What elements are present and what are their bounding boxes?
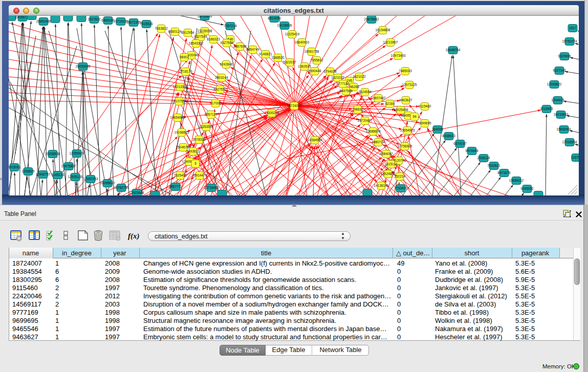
svg-text:2867608: 2867608 (233, 45, 247, 48)
svg-text:15046766: 15046766 (176, 145, 191, 149)
svg-text:8454749: 8454749 (246, 48, 259, 51)
svg-text:116753: 116753 (571, 156, 579, 159)
svg-text:62160: 62160 (385, 102, 395, 105)
svg-text:9327509: 9327509 (194, 35, 207, 38)
svg-text:16648784: 16648784 (446, 48, 461, 52)
svg-text:9242848: 9242848 (220, 62, 233, 66)
svg-text:16782759: 16782759 (114, 186, 129, 189)
svg-text:9699695: 9699695 (418, 121, 431, 125)
svg-text:6466160: 6466160 (101, 18, 115, 22)
svg-text:12213369: 12213369 (173, 85, 188, 89)
svg-text:9084067: 9084067 (380, 152, 393, 156)
svg-text:10975867: 10975867 (61, 164, 76, 168)
svg-text:1588520: 1588520 (271, 56, 285, 59)
svg-text:6497568: 6497568 (339, 89, 353, 93)
svg-text:9327508: 9327508 (220, 41, 233, 45)
svg-text:1733426: 1733426 (394, 186, 407, 190)
svg-text:23226058: 23226058 (198, 29, 212, 33)
svg-text:7357214: 7357214 (224, 24, 237, 28)
svg-text:1621022: 1621022 (353, 75, 366, 78)
svg-text:2935114: 2935114 (477, 156, 490, 160)
svg-text:1156829: 1156829 (22, 169, 35, 173)
svg-text:98901: 98901 (180, 55, 189, 59)
svg-text:3915061: 3915061 (9, 165, 21, 169)
svg-text:12213967: 12213967 (383, 40, 398, 44)
svg-text:16154808: 16154808 (376, 28, 390, 32)
svg-text:12359924: 12359924 (70, 151, 84, 155)
svg-text:7955812: 7955812 (310, 58, 323, 62)
svg-text:9474444: 9474444 (465, 149, 478, 152)
svg-text:2803144: 2803144 (215, 76, 228, 79)
svg-text:9115460: 9115460 (419, 104, 431, 108)
svg-text:7632621: 7632621 (487, 164, 500, 167)
svg-text:23300235: 23300235 (265, 111, 279, 115)
svg-text:7515526: 7515526 (140, 22, 153, 26)
svg-text:1621022: 1621022 (331, 76, 344, 79)
svg-text:8471676: 8471676 (497, 171, 511, 174)
svg-text:5: 5 (194, 162, 197, 165)
svg-text:15751074: 15751074 (562, 39, 577, 43)
svg-text:3215955: 3215955 (540, 107, 553, 111)
svg-text:15692901: 15692901 (557, 127, 572, 131)
svg-text:19654985: 19654985 (170, 116, 185, 119)
svg-text:26053346: 26053346 (76, 64, 91, 68)
svg-text:12093822: 12093822 (547, 82, 562, 86)
svg-text:798632: 798632 (352, 107, 363, 111)
svg-text:5493822: 5493822 (186, 149, 200, 153)
svg-text:10973493: 10973493 (391, 54, 406, 57)
svg-text:252214: 252214 (394, 174, 405, 178)
svg-text:15720407: 15720407 (358, 119, 373, 122)
svg-text:10107554: 10107554 (172, 99, 187, 103)
svg-text:11325419: 11325419 (285, 32, 300, 36)
svg-text:10807487: 10807487 (371, 96, 386, 100)
svg-text:16961758: 16961758 (304, 50, 319, 53)
svg-text:8813054: 8813054 (268, 16, 281, 20)
svg-text:9227343: 9227343 (553, 69, 566, 72)
svg-text:8427552: 8427552 (213, 87, 227, 91)
svg-text:19384554: 19384554 (308, 138, 322, 142)
svg-text:11353594: 11353594 (199, 125, 214, 128)
svg-text:8938923: 8938923 (442, 134, 455, 138)
svg-text:64: 64 (412, 115, 417, 118)
svg-text:3267110: 3267110 (205, 113, 217, 116)
svg-text:5322037: 5322037 (283, 60, 296, 64)
svg-text:13524851: 13524851 (381, 172, 396, 176)
svg-text:10688609: 10688609 (366, 129, 381, 133)
svg-text:1880724: 1880724 (372, 140, 385, 144)
svg-text:1517: 1517 (569, 26, 577, 30)
svg-text:8186323: 8186323 (207, 37, 220, 41)
svg-text:16914479: 16914479 (192, 173, 207, 177)
svg-text:7625402: 7625402 (173, 173, 187, 177)
svg-text:12942757: 12942757 (36, 172, 51, 176)
svg-text:19218506: 19218506 (277, 24, 292, 27)
svg-text:8912954: 8912954 (181, 31, 194, 34)
svg-text:f​(x): f​(x) (128, 232, 140, 240)
svg-text:7663822: 7663822 (155, 27, 168, 30)
svg-text:17957253: 17957253 (83, 177, 98, 181)
svg-text:8990448: 8990448 (308, 69, 321, 73)
svg-text:16033809: 16033809 (198, 16, 212, 18)
svg-text:9329966: 9329966 (558, 54, 571, 58)
svg-text:20206538: 20206538 (46, 152, 60, 156)
svg-text:417006: 417006 (210, 101, 221, 105)
svg-text:2718176: 2718176 (179, 70, 192, 73)
svg-text:6679197: 6679197 (453, 142, 467, 145)
svg-text:164095: 164095 (432, 127, 443, 131)
svg-text:9857771: 9857771 (169, 185, 182, 188)
svg-text:1615112: 1615112 (385, 162, 398, 166)
svg-text:9463627: 9463627 (399, 98, 412, 102)
svg-text:17016504: 17016504 (562, 140, 577, 144)
svg-text:9245052: 9245052 (520, 187, 534, 190)
svg-text:14136141: 14136141 (374, 184, 389, 187)
svg-text:3624554: 3624554 (358, 90, 372, 94)
svg-text:7485003: 7485003 (399, 69, 412, 73)
svg-text:13654923: 13654923 (400, 128, 415, 132)
svg-text:19166825: 19166825 (175, 130, 189, 134)
svg-text:18724007: 18724007 (287, 104, 302, 107)
svg-text:20691406: 20691406 (36, 19, 51, 23)
svg-text:1145133: 1145133 (52, 173, 64, 177)
svg-text:10025458: 10025458 (394, 108, 408, 112)
svg-text:10654112: 10654112 (509, 179, 524, 182)
svg-text:3578312: 3578312 (192, 138, 206, 141)
svg-text:13716485: 13716485 (204, 186, 219, 189)
